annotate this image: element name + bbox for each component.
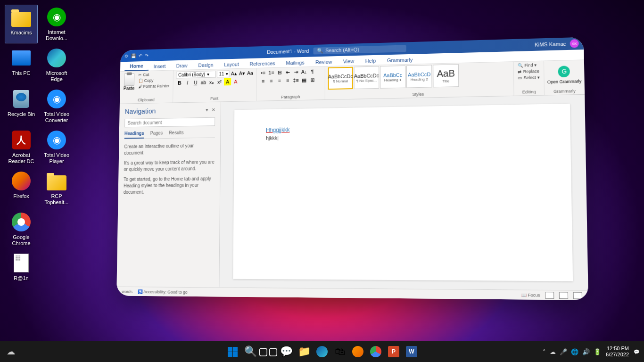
notifications-icon[interactable]: 💬 xyxy=(634,349,639,354)
user-avatar[interactable]: KK xyxy=(570,39,579,48)
user-name[interactable]: KiMS Kamac xyxy=(535,41,566,48)
grammarly-icon[interactable]: G xyxy=(558,66,570,77)
teams-icon[interactable]: 💬 xyxy=(279,344,294,359)
search-button[interactable]: 🔍 xyxy=(243,344,258,359)
format-painter-button[interactable]: 🖌 Format Painter xyxy=(137,83,170,89)
decrease-font-icon[interactable]: A▾ xyxy=(239,69,246,77)
italic-button[interactable]: I xyxy=(184,79,191,87)
word-count[interactable]: words xyxy=(122,289,132,294)
rcp-folder[interactable]: RCP Tophealt... xyxy=(40,169,73,207)
nav-search-input[interactable] xyxy=(124,117,215,128)
tab-review[interactable]: Review xyxy=(310,58,338,66)
increase-font-icon[interactable]: A▴ xyxy=(230,70,237,77)
font-family-select[interactable]: Calibri (Body) ▾ xyxy=(176,71,216,78)
tray-chevron-icon[interactable]: ˄ xyxy=(543,348,546,355)
undo-icon[interactable]: ↶ xyxy=(139,53,142,58)
start-button[interactable] xyxy=(225,344,240,359)
edge-taskbar-icon[interactable] xyxy=(314,344,330,359)
align-right-icon[interactable]: ≡ xyxy=(276,77,283,84)
nav-tab-headings[interactable]: Headings xyxy=(124,131,144,139)
superscript-button[interactable]: x² xyxy=(216,78,223,86)
chrome-taskbar-icon[interactable] xyxy=(368,344,383,359)
tab-insert[interactable]: Insert xyxy=(149,62,171,70)
firefox-taskbar-icon[interactable] xyxy=(350,344,365,359)
replace-button[interactable]: ⇄ Replace xyxy=(517,68,541,74)
word-taskbar-icon[interactable]: W xyxy=(404,344,419,359)
kmacims-folder[interactable]: Kmacims xyxy=(5,5,38,43)
strikethrough-button[interactable]: ab xyxy=(200,79,207,86)
battery-icon[interactable]: 🔋 xyxy=(594,348,601,355)
decrease-indent-icon[interactable]: ⇤ xyxy=(284,68,291,76)
file-explorer-icon[interactable]: 📁 xyxy=(297,344,312,359)
borders-icon[interactable]: ⊞ xyxy=(309,76,316,83)
nav-tab-pages[interactable]: Pages xyxy=(150,131,163,139)
increase-indent-icon[interactable]: ⇥ xyxy=(292,68,300,76)
system-clock[interactable]: 12:50 PM 6/27/2022 xyxy=(606,346,629,358)
redo-icon[interactable]: ↷ xyxy=(145,53,149,58)
store-icon[interactable]: 🛍 xyxy=(332,344,347,359)
tab-help[interactable]: Help xyxy=(360,56,381,65)
weather-widget[interactable]: ☁ xyxy=(7,346,15,357)
bullets-icon[interactable]: •≡ xyxy=(259,69,266,76)
style---normal[interactable]: AaBbCcDc¶ Normal xyxy=(328,67,353,90)
shading-icon[interactable]: ▦ xyxy=(300,76,308,84)
align-center-icon[interactable]: ≡ xyxy=(268,77,275,84)
accessibility-status[interactable]: ♿ Accessibility: Good to go xyxy=(138,289,188,295)
subscript-button[interactable]: x₂ xyxy=(208,78,215,86)
powerpoint-icon[interactable]: P xyxy=(386,344,401,359)
tab-layout[interactable]: Layout xyxy=(219,60,244,69)
nav-close-icon[interactable]: ✕ xyxy=(212,107,215,112)
print-layout-icon[interactable] xyxy=(559,292,568,299)
edge[interactable]: Microsoft Edge xyxy=(40,46,73,84)
style-title[interactable]: AaBTitle xyxy=(433,64,459,87)
style-heading-1[interactable]: AaBbCcHeading 1 xyxy=(380,66,405,89)
select-button[interactable]: ▭ Select ▾ xyxy=(517,74,541,81)
highlight-button[interactable]: A xyxy=(224,78,231,86)
font-size-select[interactable]: 11 ▾ xyxy=(217,70,230,77)
cut-button[interactable]: ✂ Cut xyxy=(137,71,170,77)
total-video-converter[interactable]: ◉Total Video Converter xyxy=(40,87,73,125)
document-page[interactable]: Hhggjjkkk hjkkk| xyxy=(233,104,573,281)
this-pc[interactable]: This PC xyxy=(5,46,38,84)
save-icon[interactable]: 💾 xyxy=(131,53,136,58)
underline-button[interactable]: U xyxy=(192,79,199,86)
r-at-1n[interactable]: ≡≡≡≡≡≡≡≡≡R@1n xyxy=(5,251,38,289)
align-left-icon[interactable]: ≡ xyxy=(259,77,266,85)
style---no-spac---[interactable]: AaBbCcDc¶ No Spac... xyxy=(354,66,380,89)
web-layout-icon[interactable] xyxy=(573,292,583,299)
total-video-player[interactable]: ◉Total Video Player xyxy=(40,128,73,166)
network-icon[interactable]: 🌐 xyxy=(571,348,578,355)
acrobat[interactable]: 人Acrobat Reader DC xyxy=(5,128,38,166)
copy-button[interactable]: 📋 Copy xyxy=(137,77,170,83)
firefox[interactable]: Firefox xyxy=(5,169,38,207)
bold-button[interactable]: B xyxy=(176,79,183,87)
task-view-button[interactable]: ▢▢ xyxy=(261,344,276,359)
tab-grammarly[interactable]: Grammarly xyxy=(381,55,418,65)
paste-button[interactable]: Paste xyxy=(123,72,136,92)
focus-mode[interactable]: 📖 Focus xyxy=(521,292,540,297)
styles-gallery[interactable]: AaBbCcDc¶ NormalAaBbCcDc¶ No Spac...AaBb… xyxy=(328,63,511,90)
chrome[interactable]: Google Chrome xyxy=(5,210,38,248)
show-marks-icon[interactable]: ¶ xyxy=(309,68,316,75)
volume-icon[interactable]: 🔊 xyxy=(582,348,590,355)
title-search[interactable]: 🔍 Search (Alt+Q) xyxy=(314,45,406,54)
font-color-button[interactable]: A xyxy=(232,78,239,85)
nav-tab-results[interactable]: Results xyxy=(169,130,184,138)
onedrive-icon[interactable]: ☁ xyxy=(550,348,556,355)
tab-draw[interactable]: Draw xyxy=(171,61,193,70)
change-case-icon[interactable]: Aa xyxy=(247,69,254,77)
style-heading-2[interactable]: AaBbCcDHeading 2 xyxy=(406,65,432,88)
multilevel-icon[interactable]: ⊟ xyxy=(276,68,283,76)
document-area[interactable]: Hhggjjkkk hjkkk| xyxy=(219,95,588,290)
read-mode-icon[interactable] xyxy=(545,292,554,299)
nav-dropdown-icon[interactable]: ▾ xyxy=(206,107,208,113)
tab-references[interactable]: References xyxy=(244,59,281,68)
autosave-icon[interactable]: ⟳ xyxy=(125,53,129,58)
tab-design[interactable]: Design xyxy=(193,61,219,70)
microphone-icon[interactable]: 🎤 xyxy=(560,348,567,355)
numbering-icon[interactable]: 1≡ xyxy=(268,69,275,76)
find-button[interactable]: 🔍 Find ▾ xyxy=(517,62,541,68)
sort-icon[interactable]: A↓ xyxy=(300,68,308,75)
tab-home[interactable]: Home xyxy=(124,62,149,71)
tab-view[interactable]: View xyxy=(338,57,360,66)
